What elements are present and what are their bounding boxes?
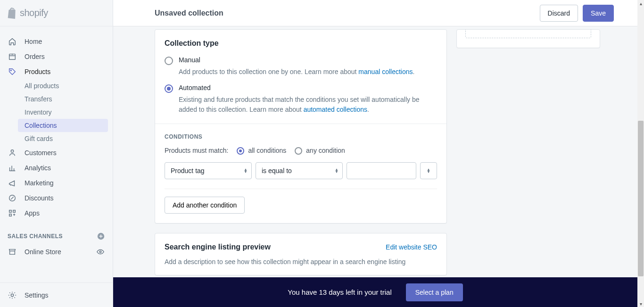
logo[interactable]: shopify bbox=[0, 0, 113, 26]
analytics-icon bbox=[8, 163, 17, 173]
seo-card: Search engine listing preview Edit websi… bbox=[155, 233, 447, 275]
svg-rect-4 bbox=[9, 210, 12, 213]
trial-text: You have 13 days left in your trial bbox=[288, 288, 391, 296]
nav-label: Analytics bbox=[25, 164, 51, 172]
nav-label: Apps bbox=[25, 209, 40, 217]
radio-any-condition[interactable] bbox=[295, 147, 302, 155]
scroll-thumb[interactable] bbox=[638, 121, 644, 276]
radio-all-conditions[interactable] bbox=[237, 147, 244, 155]
logo-text: shopify bbox=[20, 8, 48, 18]
condition-value-input[interactable] bbox=[347, 162, 416, 179]
all-conditions-label: all conditions bbox=[248, 147, 286, 154]
add-condition-button[interactable]: Add another condition bbox=[165, 197, 245, 214]
svg-point-9 bbox=[11, 294, 13, 296]
radio-manual[interactable] bbox=[165, 57, 173, 65]
nav-customers[interactable]: Customers bbox=[0, 145, 113, 160]
discounts-icon bbox=[8, 193, 17, 203]
page-title: Unsaved collection bbox=[155, 9, 223, 17]
any-condition-label: any condition bbox=[306, 147, 345, 154]
chevron-updown-icon: ▲▼ bbox=[335, 168, 339, 173]
nav-label: Products bbox=[25, 68, 50, 75]
edit-seo-link[interactable]: Edit website SEO bbox=[386, 243, 437, 251]
image-dropzone[interactable] bbox=[465, 30, 591, 38]
chevron-updown-icon: ▲▼ bbox=[244, 168, 248, 173]
side-image-card bbox=[456, 29, 600, 48]
condition-operator-select[interactable]: is equal to ▲▼ bbox=[256, 162, 343, 179]
seo-title: Search engine listing preview bbox=[165, 243, 271, 251]
sidebar: shopify Home Orders Products All product… bbox=[0, 0, 113, 307]
add-channel-icon[interactable] bbox=[97, 232, 105, 241]
automated-description: Existing and future products that match … bbox=[179, 95, 437, 114]
scroll-down-icon[interactable]: ▾ bbox=[637, 300, 644, 307]
nav-label: Customers bbox=[25, 149, 57, 157]
browser-scrollbar[interactable]: ▴ ▾ bbox=[637, 0, 644, 307]
nav-apps[interactable]: Apps bbox=[0, 206, 113, 221]
nav-home[interactable]: Home bbox=[0, 34, 113, 49]
nav-label: Home bbox=[25, 38, 42, 45]
manual-collections-link[interactable]: manual collections bbox=[358, 68, 413, 75]
nav-label: Settings bbox=[25, 291, 49, 299]
collection-type-title: Collection type bbox=[165, 39, 437, 48]
nav-label: Discounts bbox=[25, 194, 53, 202]
svg-point-2 bbox=[11, 150, 13, 152]
main-content: Collection type Manual Add products to t… bbox=[113, 26, 637, 277]
svg-rect-6 bbox=[9, 214, 12, 216]
products-subnav: All products Transfers Inventory Collect… bbox=[25, 79, 113, 145]
marketing-icon bbox=[8, 178, 17, 188]
nav-discounts[interactable]: Discounts bbox=[0, 191, 113, 206]
orders-icon bbox=[8, 52, 17, 61]
home-icon bbox=[8, 37, 17, 46]
collection-type-card: Collection type Manual Add products to t… bbox=[155, 29, 447, 224]
customers-icon bbox=[8, 148, 17, 158]
condition-field-select[interactable]: Product tag ▲▼ bbox=[165, 162, 252, 179]
nav-label: Online Store bbox=[25, 248, 61, 256]
discard-button[interactable]: Discard bbox=[540, 5, 578, 22]
divider bbox=[165, 189, 437, 189]
radio-automated-label: Automated bbox=[179, 84, 211, 91]
scroll-up-icon[interactable]: ▴ bbox=[637, 0, 644, 7]
conditions-heading: CONDITIONS bbox=[165, 133, 437, 140]
nav-label: Orders bbox=[25, 53, 45, 60]
gear-icon bbox=[8, 290, 17, 300]
sales-channels-header: SALES CHANNELS bbox=[0, 221, 113, 244]
view-store-icon[interactable] bbox=[96, 247, 105, 257]
trial-banner: You have 13 days left in your trial Sele… bbox=[113, 277, 637, 307]
nav-analytics[interactable]: Analytics bbox=[0, 160, 113, 175]
seo-description: Add a description to see how this collec… bbox=[165, 258, 437, 266]
radio-automated[interactable] bbox=[165, 84, 173, 93]
nav-label: Marketing bbox=[25, 179, 53, 187]
select-plan-button[interactable]: Select a plan bbox=[406, 283, 463, 301]
shopify-bag-icon bbox=[8, 8, 18, 19]
nav-marketing[interactable]: Marketing bbox=[0, 175, 113, 191]
subnav-inventory[interactable]: Inventory bbox=[25, 106, 113, 119]
radio-manual-label: Manual bbox=[179, 56, 200, 64]
subnav-all-products[interactable]: All products bbox=[25, 79, 113, 92]
nav-products[interactable]: Products bbox=[0, 64, 113, 79]
topbar-actions: Discard Save bbox=[540, 5, 614, 22]
topbar: Unsaved collection Discard Save bbox=[113, 0, 637, 26]
manual-description: Add products to this collection one by o… bbox=[179, 67, 437, 76]
svg-rect-5 bbox=[13, 210, 16, 213]
match-label: Products must match: bbox=[165, 147, 228, 154]
apps-icon bbox=[8, 208, 17, 218]
products-icon bbox=[8, 67, 17, 76]
nav-online-store[interactable]: Online Store bbox=[0, 244, 113, 259]
nav-settings[interactable]: Settings bbox=[0, 282, 113, 307]
save-button[interactable]: Save bbox=[583, 5, 614, 22]
svg-point-1 bbox=[10, 70, 11, 71]
primary-nav: Home Orders Products All products Transf… bbox=[0, 26, 113, 259]
svg-point-8 bbox=[99, 251, 101, 253]
nav-orders[interactable]: Orders bbox=[0, 49, 113, 64]
chevron-updown-icon: ▲▼ bbox=[427, 168, 430, 173]
match-row: Products must match: all conditions any … bbox=[165, 147, 437, 155]
condition-value-select[interactable]: ▲▼ bbox=[420, 162, 437, 179]
automated-collections-link[interactable]: automated collections bbox=[304, 106, 367, 113]
section-label: SALES CHANNELS bbox=[8, 233, 63, 240]
subnav-gift-cards[interactable]: Gift cards bbox=[25, 132, 113, 145]
condition-row: Product tag ▲▼ is equal to ▲▼ ▲▼ bbox=[165, 162, 437, 179]
store-icon bbox=[8, 247, 17, 257]
subnav-collections[interactable]: Collections bbox=[18, 119, 108, 132]
subnav-transfers[interactable]: Transfers bbox=[25, 92, 113, 106]
